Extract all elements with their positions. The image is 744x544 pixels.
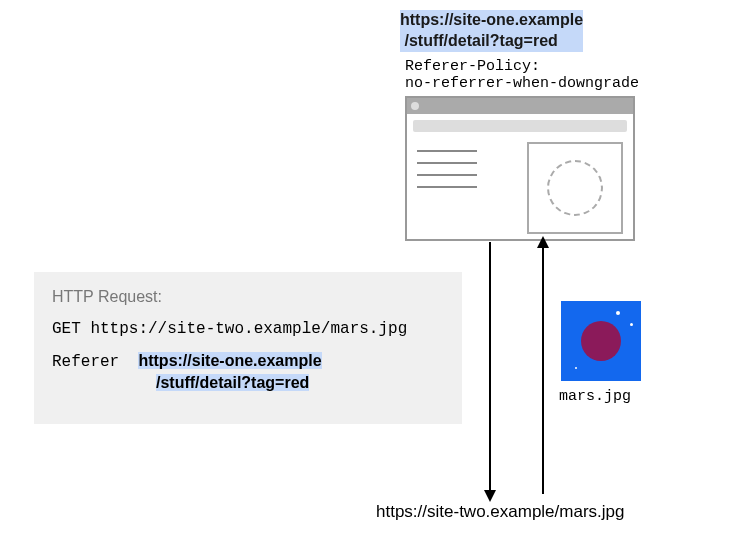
request-label: HTTP Request:: [52, 288, 444, 306]
policy-value: no-referrer-when-downgrade: [405, 75, 639, 92]
response-arrow-up-line: [542, 242, 544, 494]
text-lines-placeholder: [417, 150, 477, 198]
request-arrow-down-line: [489, 242, 491, 494]
browser-addressbar: [413, 120, 627, 132]
http-request-box: HTTP Request: GET https://site-two.examp…: [34, 272, 462, 424]
image-placeholder-circle: [547, 160, 603, 216]
image-placeholder: [527, 142, 623, 234]
source-url-highlight: https://site-one.example /stuff/detail?t…: [400, 10, 583, 52]
policy-header: Referer-Policy:: [405, 58, 639, 75]
browser-titlebar: [407, 98, 633, 114]
referer-policy-text: Referer-Policy: no-referrer-when-downgra…: [405, 58, 639, 93]
referer-row: Referer https://site-one.example: [52, 350, 444, 372]
referer-value-line1: https://site-one.example: [138, 352, 321, 369]
browser-viewport: [407, 136, 633, 237]
source-url-line1: https://site-one.example: [400, 10, 583, 31]
mars-image-thumbnail: [561, 301, 641, 381]
request-get-line: GET https://site-two.example/mars.jpg: [52, 320, 444, 338]
browser-window-illustration: [405, 96, 635, 241]
target-url: https://site-two.example/mars.jpg: [376, 502, 624, 522]
response-arrow-up-head: [537, 236, 549, 248]
referer-label: Referer: [52, 353, 119, 371]
mars-filename-label: mars.jpg: [559, 388, 631, 405]
request-arrow-down-head: [484, 490, 496, 502]
referer-value-line2: /stuff/detail?tag=red: [156, 374, 309, 391]
source-url-line2: /stuff/detail?tag=red: [400, 31, 583, 52]
